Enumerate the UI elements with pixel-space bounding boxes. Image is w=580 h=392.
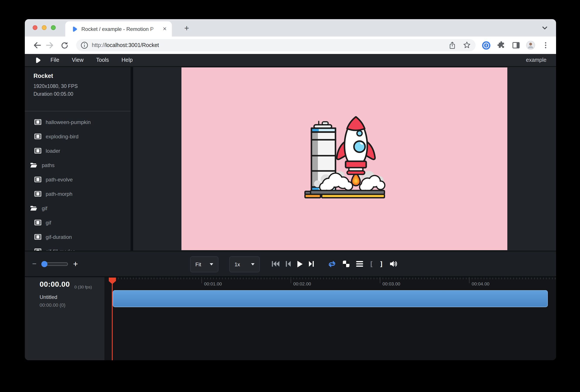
film-icon [34,177,41,182]
sidebar-folder-gif[interactable]: gif [25,201,131,215]
sidebar-item-gif-duration[interactable]: gif-duration [25,230,131,244]
composition-label: loader [46,148,60,154]
traffic-lights [33,25,56,30]
app-menu-bar: File View Tools Help example [25,54,556,67]
reload-button[interactable] [59,40,70,51]
menu-help[interactable]: Help [121,57,133,63]
timeline-info-panel: 00:00.00 0 (30 fps) Untitled 00:00.00 (0… [25,277,104,360]
sequence-track-bar[interactable] [113,290,548,307]
zoom-out-button[interactable]: − [32,260,36,268]
compositions-sidebar: Rocket 1920x1080, 30 FPS Duration 00:05.… [25,67,133,251]
play-button[interactable] [297,261,303,267]
in-point-button[interactable]: [ [369,260,373,268]
timeline-rows-icon[interactable] [356,261,363,267]
slider-knob[interactable] [41,261,47,267]
timeline-ruler-area[interactable]: 00:01.00 00:02.00 00:03.00 00:04.00 [104,277,556,360]
film-icon [34,234,41,240]
next-frame-button[interactable] [308,261,314,267]
new-tab-button[interactable]: + [181,23,192,34]
composition-title: Rocket [33,73,131,79]
sidebar-folder-paths[interactable]: paths [25,158,131,172]
remotion-logo-icon[interactable] [34,57,41,63]
folder-open-icon [30,162,37,168]
film-icon [34,119,41,125]
folder-label: gif [42,205,47,211]
loop-toggle-icon[interactable] [328,260,336,268]
remotion-favicon [71,26,77,32]
composition-label: gif-fill-modes [46,248,75,251]
out-point-button[interactable]: ] [379,260,383,268]
project-name-label: example [526,57,547,63]
film-icon [34,148,41,153]
film-icon [34,220,41,225]
browser-menu-dots-icon[interactable] [541,41,550,50]
back-button[interactable] [31,40,42,51]
film-icon [34,249,41,251]
fullscreen-window-button[interactable] [51,25,56,30]
browser-window: Rocket / example - Remotion P ✕ + [25,19,556,360]
menu-view[interactable]: View [72,57,84,63]
composition-duration: Duration 00:05.00 [33,90,131,98]
second-tick [201,277,202,283]
previous-frame-button[interactable] [286,261,291,267]
tab-search-chevron-icon[interactable] [540,23,549,32]
profile-avatar[interactable] [526,41,535,50]
share-icon[interactable] [448,41,456,49]
active-tab[interactable]: Rocket / example - Remotion P ✕ [65,21,172,36]
menu-tools[interactable]: Tools [96,57,109,63]
film-icon [34,191,41,197]
playback-rate-dropdown[interactable]: 1x [229,256,260,272]
folder-label: paths [42,162,55,168]
zoom-in-button[interactable]: + [73,259,78,269]
address-input[interactable]: http://localhost:3001/Rocket [76,39,476,51]
track-name-label: Untitled [40,294,57,300]
composition-label: gif [46,220,51,226]
sidebar-item-gif-fill-modes[interactable]: gif-fill-modes [25,244,131,251]
folder-open-icon [30,205,37,211]
current-time-display: 00:00.00 [40,280,70,289]
second-tick [380,277,380,283]
timeline-zoom-slider[interactable] [42,262,68,265]
playhead-marker[interactable] [109,277,116,284]
sidebar-item-path-evolve[interactable]: path-evolve [25,172,131,187]
composition-label: halloween-pumpkin [46,119,91,125]
extensions-puzzle-icon[interactable] [496,41,506,50]
forward-button[interactable] [45,40,56,51]
chevron-down-icon [210,263,213,265]
timeline-panel: 00:00.00 0 (30 fps) Untitled 00:00.00 (0… [25,276,556,360]
track-time-label: 00:00.00 (0) [40,302,65,308]
composition-label: gif-duration [46,234,72,240]
volume-icon[interactable] [389,260,398,267]
second-tick [469,277,469,283]
sidebar-item-path-morph[interactable]: path-morph [25,187,131,201]
composition-label: path-morph [46,191,72,197]
current-frame-display: 0 (30 fps) [74,284,92,289]
sidebar-item-gif[interactable]: gif [25,215,131,230]
tab-bar: Rocket / example - Remotion P ✕ + [25,19,556,36]
jump-to-start-button[interactable] [272,261,280,267]
sidebar-item-loader[interactable]: loader [25,143,131,158]
minimize-window-button[interactable] [42,25,47,30]
onepassword-extension-icon[interactable] [482,41,491,50]
bookmark-star-icon[interactable] [462,41,471,50]
preview-area [133,67,556,251]
rocket-illustration [303,116,386,199]
tab-close-icon[interactable]: ✕ [161,25,168,33]
size-fit-dropdown[interactable]: Fit [190,256,218,272]
url-text: http://localhost:3001/Rocket [92,42,448,48]
playhead-line [112,277,113,360]
menu-file[interactable]: File [50,57,59,63]
close-window-button[interactable] [33,25,37,30]
film-icon [34,133,41,139]
composition-label: path-evolve [46,176,73,182]
video-canvas [181,67,507,250]
transparency-checkerboard-icon[interactable] [342,260,350,267]
desktop-background: Rocket / example - Remotion P ✕ + [0,0,580,392]
sidebar-item-halloween-pumpkin[interactable]: halloween-pumpkin [25,115,131,129]
site-info-icon[interactable] [81,41,88,49]
frame-ticks [112,277,556,279]
sidebar-item-exploding-bird[interactable]: exploding-bird [25,129,131,143]
composition-list: halloween-pumpkin exploding-bird loader … [25,111,131,251]
side-panel-icon[interactable] [511,41,520,50]
composition-resolution: 1920x1080, 30 FPS [33,82,131,90]
